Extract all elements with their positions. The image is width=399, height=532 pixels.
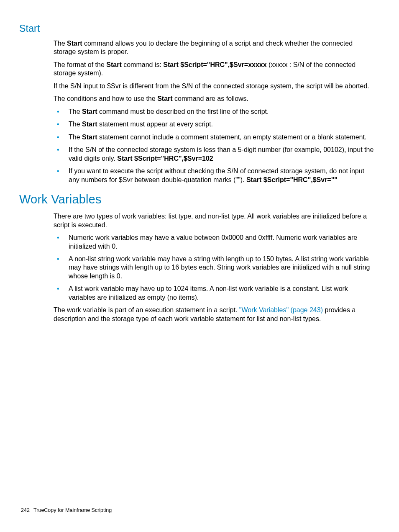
text: The (69, 121, 82, 128)
text: statement cannot include a comment state… (97, 134, 366, 141)
bold-start: Start (82, 108, 97, 115)
para-wv-ref: The work variable is part of an executio… (54, 306, 375, 323)
text: command is: (122, 61, 164, 68)
bold-start: Start (106, 61, 121, 68)
text: The (69, 134, 82, 141)
para-start-abort: If the S/N input to $Svr is different fr… (54, 82, 375, 90)
list-item: A non-list string work variable may have… (54, 255, 375, 280)
text: The (69, 108, 82, 115)
text: command must be described on the first l… (97, 108, 269, 115)
heading-work-variables: Work Variables (19, 193, 378, 206)
text: command allows you to declare the beginn… (54, 40, 353, 55)
bold-example: Start $Script="HRC",$Svr=102 (117, 155, 213, 162)
list-item: If the S/N of the connected storage syst… (54, 146, 375, 163)
text: statement must appear at every script. (97, 121, 213, 128)
bold-start: Start (82, 121, 97, 128)
heading-start: Start (19, 23, 378, 34)
bold-start: Start (157, 95, 172, 102)
text: The format of the (54, 61, 106, 68)
list-item: Numeric work variables may have a value … (54, 234, 375, 251)
list-start-conditions: The Start command must be described on t… (54, 108, 375, 184)
text: The conditions and how to use the (54, 95, 157, 102)
para-start-intro: The Start command allows you to declare … (54, 39, 375, 57)
bold-format: Start $Script="HRC",$Svr=xxxxx (163, 61, 266, 68)
footer-title: TrueCopy for Mainframe Scripting (33, 507, 112, 513)
para-start-conditions: The conditions and how to use the Start … (54, 95, 375, 103)
para-wv-intro: There are two types of work variables: l… (54, 212, 375, 229)
page-number: 242 (21, 507, 30, 513)
list-work-variables: Numeric work variables may have a value … (54, 234, 375, 302)
text: The work variable is part of an executio… (54, 306, 239, 314)
list-item: The Start statement cannot include a com… (54, 133, 375, 141)
list-item: The Start command must be described on t… (54, 108, 375, 116)
list-item: A list work variable may have up to 1024… (54, 285, 375, 302)
link-work-variables-page[interactable]: "Work Variables" (page 243) (239, 306, 323, 314)
text: The (54, 40, 67, 47)
page-footer: 242 TrueCopy for Mainframe Scripting (21, 507, 112, 513)
text: command are as follows. (173, 95, 248, 102)
text: If the S/N of the connected storage syst… (69, 146, 373, 162)
bold-example: Start $Script="HRC",$Svr="" (246, 176, 338, 183)
para-start-format: The format of the Start command is: Star… (54, 61, 375, 78)
bold-start: Start (82, 134, 97, 141)
bold-start: Start (67, 40, 82, 47)
list-item: The Start statement must appear at every… (54, 120, 375, 129)
list-item: If you want to execute the script withou… (54, 167, 375, 184)
